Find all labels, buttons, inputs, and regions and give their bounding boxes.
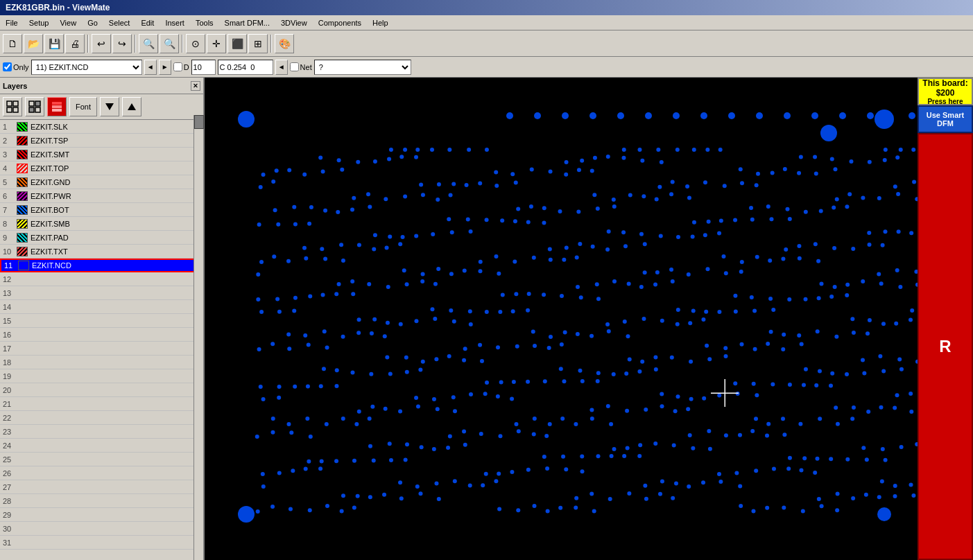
layer-row-13[interactable]: 13 — [0, 286, 203, 300]
layer-name-3: EZKIT.SMT — [31, 150, 69, 159]
r-label-btn[interactable]: R — [918, 133, 973, 560]
layer-row-16[interactable]: 16 — [0, 328, 203, 342]
layer-num-31: 31 — [3, 539, 17, 547]
layer-row-28[interactable]: 28 — [0, 494, 203, 508]
layer-row-24[interactable]: 24 — [0, 439, 203, 453]
layer-row-18[interactable]: 18 — [0, 356, 203, 369]
svg-rect-1 — [13, 101, 18, 106]
btn3[interactable]: ⬛ — [227, 34, 247, 53]
layers-close-btn[interactable]: ✕ — [191, 81, 200, 91]
menu-item-select[interactable]: Select — [103, 17, 136, 28]
svg-marker-11 — [105, 103, 114, 110]
layer-stack-icon[interactable] — [47, 97, 67, 116]
layer-row-19[interactable]: 19 — [0, 369, 203, 383]
layer-grid-icon-2[interactable] — [25, 97, 44, 116]
new-btn[interactable]: 🗋 — [3, 34, 22, 53]
sep3 — [182, 35, 183, 53]
layer-row-11[interactable]: 11EZKIT.NCD — [0, 259, 203, 272]
menu-item-tools[interactable]: Tools — [190, 17, 219, 28]
layer-grid-icon-1[interactable] — [3, 97, 22, 116]
layer-num-20: 20 — [3, 386, 17, 394]
layer-swatch-9 — [17, 233, 28, 243]
layer-num-5: 5 — [3, 178, 17, 186]
layer-row-6[interactable]: 6EZKIT.PWR — [0, 189, 203, 203]
menu-item-setup[interactable]: Setup — [24, 17, 55, 28]
menu-item-smart-dfm---[interactable]: Smart DFM... — [219, 17, 275, 28]
menu-item-3dview[interactable]: 3DView — [275, 17, 313, 28]
layer-next-btn[interactable]: ► — [159, 60, 171, 75]
layer-row-27[interactable]: 27 — [0, 480, 203, 494]
menu-item-go[interactable]: Go — [82, 17, 103, 28]
move-down-btn[interactable] — [100, 97, 119, 116]
zoom-btn1[interactable]: 🔍 — [139, 34, 158, 53]
board-price-btn[interactable]: This board: $200 Press here — [918, 78, 973, 105]
print-btn[interactable]: 🖨 — [65, 34, 85, 53]
layer-row-23[interactable]: 23 — [0, 425, 203, 439]
layer-name-4: EZKIT.TOP — [31, 164, 69, 173]
layer-row-17[interactable]: 17 — [0, 342, 203, 356]
layer-row-30[interactable]: 30 — [0, 522, 203, 536]
svg-rect-5 — [35, 101, 40, 106]
c-input[interactable] — [218, 60, 273, 75]
layer-row-15[interactable]: 15 — [0, 314, 203, 328]
move-up-btn[interactable] — [122, 97, 141, 116]
menu-item-edit[interactable]: Edit — [135, 17, 160, 28]
main-layout: Layers ✕ — [0, 78, 973, 560]
titlebar: EZK81GBR.bin - ViewMate — [0, 0, 973, 15]
layer-num-4: 4 — [3, 164, 17, 173]
layer-prev-btn[interactable]: ◄ — [144, 60, 157, 75]
only-checkbox-2[interactable] — [173, 62, 182, 71]
only-checkbox-1[interactable] — [3, 62, 12, 71]
layer-row-14[interactable]: 14 — [0, 300, 203, 314]
zoom-btn2[interactable]: 🔍 — [160, 34, 179, 53]
canvas-area[interactable] — [205, 78, 918, 560]
layer-row-25[interactable]: 25 — [0, 453, 203, 466]
layer-name-10: EZKIT.TXT — [31, 247, 68, 256]
layer-row-31[interactable]: 31 — [0, 536, 203, 550]
layer-row-10[interactable]: 10EZKIT.TXT — [0, 245, 203, 259]
layer-row-26[interactable]: 26 — [0, 466, 203, 480]
layer-row-29[interactable]: 29 — [0, 508, 203, 522]
layer-row-1[interactable]: 1EZKIT.SLK — [0, 120, 203, 134]
layer-row-22[interactable]: 22 — [0, 411, 203, 425]
layer-row-3[interactable]: 3EZKIT.SMT — [0, 148, 203, 161]
svg-rect-4 — [29, 101, 34, 106]
undo-btn[interactable]: ↩ — [92, 34, 111, 53]
color-btn[interactable]: 🎨 — [275, 34, 294, 53]
net-dropdown[interactable]: ? — [314, 60, 411, 75]
layer-row-4[interactable]: 4EZKIT.TOP — [0, 161, 203, 175]
font-button[interactable]: Font — [69, 97, 97, 116]
layer-name-9: EZKIT.PAD — [31, 234, 69, 242]
menu-item-file[interactable]: File — [0, 17, 24, 28]
layer-row-21[interactable]: 21 — [0, 397, 203, 411]
smart-dfm-btn[interactable]: Use Smart DFM — [918, 105, 973, 133]
save-btn[interactable]: 💾 — [44, 34, 64, 53]
layer-row-8[interactable]: 8EZKIT.SMB — [0, 217, 203, 231]
layer-swatch-2 — [17, 136, 28, 146]
btn4[interactable]: ⊞ — [248, 34, 268, 53]
layer-swatch-4 — [17, 164, 28, 173]
menu-item-view[interactable]: View — [54, 17, 82, 28]
menu-item-insert[interactable]: Insert — [160, 17, 190, 28]
layer-row-5[interactable]: 5EZKIT.GND — [0, 175, 203, 189]
btn1[interactable]: ⊙ — [186, 34, 205, 53]
menu-item-components[interactable]: Components — [313, 17, 367, 28]
open-btn[interactable]: 📂 — [24, 34, 43, 53]
menu-item-help[interactable]: Help — [367, 17, 394, 28]
layer-row-9[interactable]: 9EZKIT.PAD — [0, 231, 203, 245]
layer-name-11: EZKIT.NCD — [32, 261, 71, 270]
scrollbar-thumb[interactable] — [194, 115, 204, 129]
only-checkbox-row-3: Net — [290, 62, 312, 71]
layer-row-20[interactable]: 20 — [0, 383, 203, 397]
redo-btn[interactable]: ↪ — [112, 34, 132, 53]
d-input[interactable] — [191, 60, 216, 75]
only-checkbox-3[interactable] — [290, 62, 299, 71]
c-prev-btn[interactable]: ◄ — [275, 60, 288, 75]
btn2[interactable]: ✛ — [207, 34, 226, 53]
layer-row-2[interactable]: 2EZKIT.TSP — [0, 134, 203, 148]
layer-row-12[interactable]: 12 — [0, 272, 203, 286]
layer-num-24: 24 — [3, 441, 17, 450]
layers-list[interactable]: 1EZKIT.SLK2EZKIT.TSP3EZKIT.SMT4EZKIT.TOP… — [0, 120, 203, 560]
layer-row-7[interactable]: 7EZKIT.BOT — [0, 203, 203, 217]
layer-dropdown[interactable]: 1) EZKIT.SLK2) EZKIT.TSP3) EZKIT.SMT4) E… — [31, 60, 142, 75]
